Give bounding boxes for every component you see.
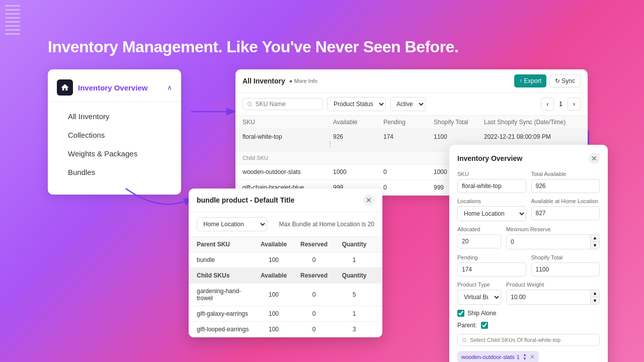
table-header: SKU Available Pending Shopify Total Last… bbox=[235, 116, 588, 129]
location-select[interactable]: Home Location bbox=[197, 217, 267, 231]
ship-alone-row: Ship Alone bbox=[457, 310, 600, 317]
form-group-sku: SKU bbox=[457, 171, 526, 193]
bundle-dialog-close-button[interactable]: ✕ bbox=[363, 195, 374, 206]
inv-overview-dialog: Inventory Overview ✕ SKU Total Available… bbox=[449, 145, 608, 362]
wooden-tag-remove-button[interactable]: ✕ bbox=[530, 353, 535, 360]
ship-alone-checkbox[interactable] bbox=[457, 310, 464, 317]
child-sku-cell: gift-looped-earrings bbox=[197, 326, 254, 333]
row-menu-icon[interactable]: ⋮ bbox=[327, 140, 333, 147]
locations-select[interactable]: Home Location bbox=[457, 206, 526, 221]
col-sku: SKU bbox=[243, 119, 333, 126]
bundle-child-row: gift-galaxy-earrings 100 0 1 bbox=[189, 306, 382, 322]
toolbar: Product Status Active ‹ 1 › bbox=[235, 93, 588, 116]
form-group-total-available: Total Available bbox=[531, 171, 600, 193]
child-sku-cell: gift-galaxy-earrings bbox=[197, 310, 254, 317]
pagination: ‹ 1 › bbox=[541, 98, 581, 111]
row-actions: ⋮ bbox=[243, 140, 333, 147]
product-weight-input[interactable] bbox=[507, 291, 590, 304]
export-button[interactable]: ↑ Export bbox=[514, 74, 546, 87]
svg-line-1 bbox=[251, 105, 252, 106]
sidebar-item-collections[interactable]: Collections bbox=[48, 126, 181, 144]
sync-button[interactable]: ↻ Sync bbox=[549, 74, 581, 87]
child-col-quantity: Quantity bbox=[334, 272, 374, 279]
sku-input[interactable] bbox=[457, 179, 526, 193]
parent-col-sku: Parent SKU bbox=[197, 241, 254, 248]
inv-overview-close-button[interactable]: ✕ bbox=[589, 153, 600, 164]
child-search[interactable] bbox=[457, 334, 600, 346]
max-bundle-text: Max Bundle at Home Location is 20 bbox=[279, 221, 374, 228]
form-group-shopify-total: Shopify Total bbox=[531, 254, 600, 277]
col-shopify-total: Shopify Total bbox=[434, 119, 484, 126]
sidebar: Inventory Overview ∧ All Inventory Colle… bbox=[48, 69, 181, 195]
min-reserve-label: Minimum Reserve bbox=[506, 226, 600, 232]
wooden-qty-decrement[interactable]: ▼ bbox=[523, 357, 527, 361]
inv-overview-dialog-title: Inventory Overview bbox=[457, 154, 522, 162]
form-row-locations: Locations Home Location Available at Hom… bbox=[457, 198, 600, 221]
child-tag-wooden: wooden-outdoor-slats 1 ▲ ▼ ✕ bbox=[457, 351, 539, 362]
product-type-select[interactable]: Virtual Bundles bbox=[457, 290, 501, 305]
panel-title: All Inventory bbox=[243, 77, 285, 85]
child-search-icon bbox=[462, 337, 467, 343]
product-weight-stepper[interactable]: ▲ ▼ bbox=[506, 290, 600, 305]
product-status-filter[interactable]: Product Status bbox=[327, 97, 386, 111]
search-icon bbox=[247, 101, 253, 107]
parent-row: Parent: bbox=[457, 322, 600, 329]
shopify-total-input[interactable] bbox=[531, 262, 600, 277]
search-input[interactable] bbox=[256, 101, 318, 108]
child-available-cell: 100 bbox=[254, 291, 294, 298]
pending-label: Pending bbox=[457, 254, 526, 260]
cell-sku: floral-white-top bbox=[243, 133, 333, 140]
child-quantity-cell: 5 bbox=[334, 291, 374, 298]
child-quantity-cell: 3 bbox=[334, 326, 374, 333]
child-tag-wooden-qty: 1 bbox=[517, 354, 520, 360]
col-available: Available bbox=[333, 119, 383, 126]
child-col-sku: Child SKUs bbox=[197, 272, 254, 279]
sidebar-item-all-inventory[interactable]: All Inventory bbox=[48, 107, 181, 126]
parent-col-available: Available bbox=[254, 241, 294, 248]
panel-title-row: All Inventory ● More Info bbox=[243, 77, 317, 85]
child-reserved-cell: 0 bbox=[294, 291, 334, 298]
min-reserve-input[interactable] bbox=[507, 235, 590, 248]
allocated-input[interactable] bbox=[457, 234, 501, 248]
sidebar-header: Inventory Overview ∧ bbox=[48, 77, 181, 102]
parent-col-reserved: Reserved bbox=[294, 241, 334, 248]
page-headline: Inventory Management. Like You've Never … bbox=[48, 38, 458, 56]
search-box[interactable] bbox=[243, 98, 323, 110]
min-reserve-increment[interactable]: ▲ bbox=[590, 235, 599, 242]
form-group-min-reserve: Minimum Reserve ▲ ▼ bbox=[506, 226, 600, 249]
available-home-input[interactable] bbox=[531, 206, 600, 220]
form-group-available-home: Available at Home Location bbox=[531, 198, 600, 221]
child-sku-search-input[interactable] bbox=[470, 337, 595, 343]
shopify-total-label: Shopify Total bbox=[531, 254, 600, 260]
allocated-label: Allocated bbox=[457, 226, 501, 232]
sidebar-home-icon bbox=[57, 79, 73, 96]
child-sku-cell: gardening-hand-trowel bbox=[197, 288, 254, 302]
form-group-locations: Locations Home Location bbox=[457, 198, 526, 221]
chevron-up-icon[interactable]: ∧ bbox=[167, 83, 172, 92]
parent-sku-cell: bundle bbox=[197, 256, 254, 263]
cell-pending: 174 bbox=[383, 133, 434, 140]
cell-shopify-total: 1100 bbox=[434, 133, 484, 140]
total-available-input[interactable] bbox=[531, 179, 600, 193]
active-filter[interactable]: Active bbox=[390, 97, 426, 111]
pending-input[interactable] bbox=[457, 262, 526, 277]
more-info-link[interactable]: ● More Info bbox=[289, 78, 317, 84]
prev-page-button[interactable]: ‹ bbox=[541, 98, 554, 111]
child-reserved-cell: 0 bbox=[294, 326, 334, 333]
parent-label: Parent: bbox=[457, 322, 477, 329]
parent-checkbox[interactable] bbox=[481, 322, 488, 329]
child-col-available: Available bbox=[254, 272, 294, 279]
child-available-cell: 100 bbox=[254, 326, 294, 333]
cell-last-sync: 2022-12-21 08:00:09 PM bbox=[484, 133, 581, 140]
next-page-button[interactable]: › bbox=[568, 98, 581, 111]
weight-decrement[interactable]: ▼ bbox=[590, 297, 599, 304]
panel-actions: ↑ Export ↻ Sync bbox=[514, 74, 581, 87]
bundle-child-row: gardening-hand-trowel 100 0 5 bbox=[189, 284, 382, 306]
min-reserve-stepper[interactable]: ▲ ▼ bbox=[506, 234, 600, 249]
form-group-allocated: Allocated bbox=[457, 226, 501, 249]
bundle-dialog-header: bundle product - Default Title ✕ bbox=[189, 189, 382, 212]
cell-pending: 0 bbox=[383, 184, 434, 191]
min-reserve-decrement[interactable]: ▼ bbox=[590, 242, 599, 249]
weight-increment[interactable]: ▲ bbox=[590, 290, 599, 297]
sidebar-item-weights-packages[interactable]: Weights & Packages bbox=[48, 144, 181, 163]
